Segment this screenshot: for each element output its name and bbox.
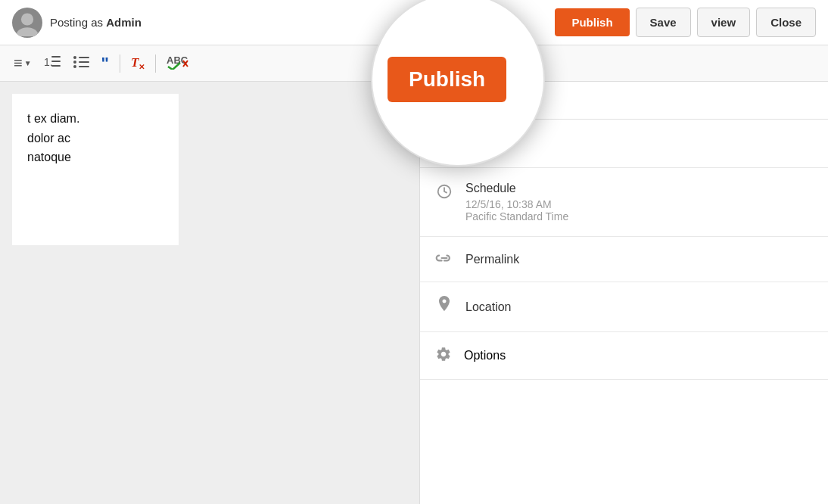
clear-format-icon: T✕ <box>131 55 145 71</box>
editor-content[interactable]: t ex diam. dolor ac natoque <box>12 94 179 245</box>
sidebar-item-options[interactable]: Options <box>420 332 828 380</box>
publish-button[interactable]: Publish <box>555 8 629 36</box>
close-button[interactable]: Close <box>756 8 816 37</box>
svg-rect-10 <box>79 61 89 63</box>
toolbar-divider-2 <box>155 54 156 73</box>
sidebar-item-permalink[interactable]: Permalink <box>420 237 828 282</box>
sidebar-item-location[interactable]: Location <box>420 282 828 332</box>
spellcheck-button[interactable]: ABC <box>162 50 194 76</box>
editor-line-2: dolor ac <box>27 129 163 148</box>
align-dropdown-icon: ▼ <box>24 59 32 67</box>
svg-point-1 <box>17 27 39 36</box>
svg-rect-3 <box>51 56 61 58</box>
svg-rect-5 <box>51 65 61 67</box>
align-icon: ≡ <box>14 54 23 72</box>
svg-point-0 <box>21 13 33 25</box>
options-label: Options <box>464 349 506 362</box>
toolbar-divider <box>120 54 120 73</box>
schedule-time: 12/5/16, 10:38 AM Pacific Standard Time <box>465 198 568 222</box>
editor-area[interactable]: t ex diam. dolor ac natoque <box>0 82 419 504</box>
ordered-list-button[interactable]: 1. <box>39 51 65 76</box>
location-label: Location <box>465 300 512 314</box>
spellcheck-icon: ABC <box>167 53 189 73</box>
svg-rect-4 <box>51 61 61 62</box>
avatar <box>12 8 42 38</box>
link-icon <box>435 250 453 268</box>
svg-point-8 <box>73 65 76 68</box>
magnifier-publish-label: Publish <box>388 57 506 102</box>
posting-as-label: Posting as Admin <box>50 16 142 29</box>
schedule-label: Schedule <box>465 182 568 195</box>
blockquote-button[interactable]: " <box>97 51 114 76</box>
svg-rect-9 <box>79 57 89 58</box>
align-button[interactable]: ≡ ▼ <box>9 51 36 75</box>
gear-icon <box>435 346 452 366</box>
editor-line-3: natoque <box>27 148 163 167</box>
schedule-content: Schedule 12/5/16, 10:38 AM Pacific Stand… <box>465 182 568 222</box>
clock-icon <box>435 183 453 204</box>
location-icon <box>435 296 453 318</box>
svg-text:1.: 1. <box>44 56 53 68</box>
preview-button[interactable]: view <box>697 8 751 37</box>
quote-icon: " <box>101 54 109 73</box>
magnifier-overlay: Publish <box>371 0 545 166</box>
unordered-list-icon <box>73 54 89 73</box>
editor-line-1: t ex diam. <box>27 109 163 129</box>
ordered-list-icon: 1. <box>44 54 61 73</box>
save-button[interactable]: Save <box>636 8 691 37</box>
sidebar-item-schedule[interactable]: Schedule 12/5/16, 10:38 AM Pacific Stand… <box>420 168 828 237</box>
unordered-list-button[interactable] <box>68 51 94 76</box>
magnifier-content: Publish <box>372 0 543 165</box>
svg-point-6 <box>73 56 76 59</box>
svg-point-7 <box>73 61 76 64</box>
svg-rect-11 <box>79 66 89 67</box>
permalink-label: Permalink <box>465 253 519 266</box>
clear-format-button[interactable]: T✕ <box>126 52 149 74</box>
header-buttons: Publish Save view Close <box>555 8 816 37</box>
